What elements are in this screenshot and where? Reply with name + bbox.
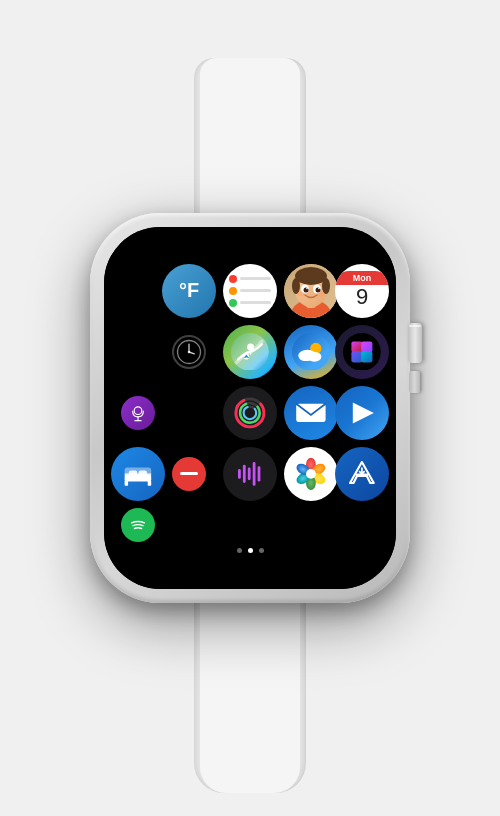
svg-rect-47 (148, 480, 151, 486)
svg-rect-46 (125, 480, 128, 486)
calendar-day: Mon (335, 271, 389, 285)
svg-point-20 (247, 343, 254, 350)
side-button[interactable] (409, 371, 420, 393)
svg-point-14 (317, 291, 325, 296)
appstore-icon[interactable] (335, 447, 389, 501)
dot-3 (259, 548, 264, 553)
svg-point-33 (134, 406, 142, 414)
carrot-weather-icon[interactable]: °F (162, 264, 216, 318)
activity-icon[interactable] (223, 386, 277, 440)
svg-point-6 (322, 278, 330, 294)
watch-screen: °F (104, 227, 396, 589)
app-grid: °F (121, 264, 379, 542)
screen-bezel: °F (104, 227, 396, 589)
watch-case: °F (90, 213, 410, 603)
svg-point-11 (306, 287, 308, 289)
music-icon[interactable] (335, 386, 389, 440)
calendar-icon[interactable]: Mon 9 (335, 264, 389, 318)
spotify-icon[interactable] (121, 508, 155, 542)
mail-icon[interactable] (284, 386, 338, 440)
digital-crown[interactable] (408, 323, 422, 363)
svg-rect-53 (248, 467, 251, 480)
svg-point-13 (297, 291, 305, 296)
band-bottom (194, 583, 306, 793)
svg-rect-55 (258, 466, 261, 481)
svg-rect-29 (351, 341, 362, 352)
calendar-date: 9 (356, 285, 368, 309)
reminders-icon[interactable] (223, 264, 277, 318)
svg-rect-50 (139, 470, 147, 476)
svg-rect-54 (253, 462, 256, 486)
weather-icon[interactable] (284, 325, 338, 379)
svg-point-5 (292, 278, 300, 294)
svg-point-27 (299, 352, 310, 360)
world-clock-icon[interactable] (172, 335, 206, 369)
apple-watch: °F (90, 213, 410, 603)
svg-rect-48 (125, 467, 152, 477)
maps-icon[interactable] (223, 325, 277, 379)
svg-point-4 (295, 267, 327, 285)
dnd-icon[interactable] (172, 457, 206, 491)
photos-icon[interactable] (284, 447, 338, 501)
dot-1 (237, 548, 242, 553)
svg-rect-49 (129, 470, 137, 476)
page-indicators (237, 548, 264, 553)
svg-rect-31 (351, 351, 362, 362)
svg-rect-51 (238, 469, 241, 479)
memoji-icon[interactable] (284, 264, 338, 318)
svg-marker-43 (353, 402, 374, 423)
shortcuts-icon[interactable] (335, 325, 389, 379)
svg-rect-52 (243, 464, 246, 482)
svg-rect-32 (361, 351, 372, 362)
band-top (194, 58, 306, 228)
svg-line-18 (189, 352, 194, 354)
podcasts-small-icon[interactable] (121, 396, 155, 430)
svg-point-12 (318, 287, 320, 289)
svg-point-41 (244, 406, 257, 419)
podcasts-icon[interactable] (223, 447, 277, 501)
svg-point-62 (306, 469, 316, 479)
sleep-icon[interactable] (111, 447, 165, 501)
dot-2-active (248, 548, 253, 553)
svg-rect-30 (361, 341, 372, 352)
